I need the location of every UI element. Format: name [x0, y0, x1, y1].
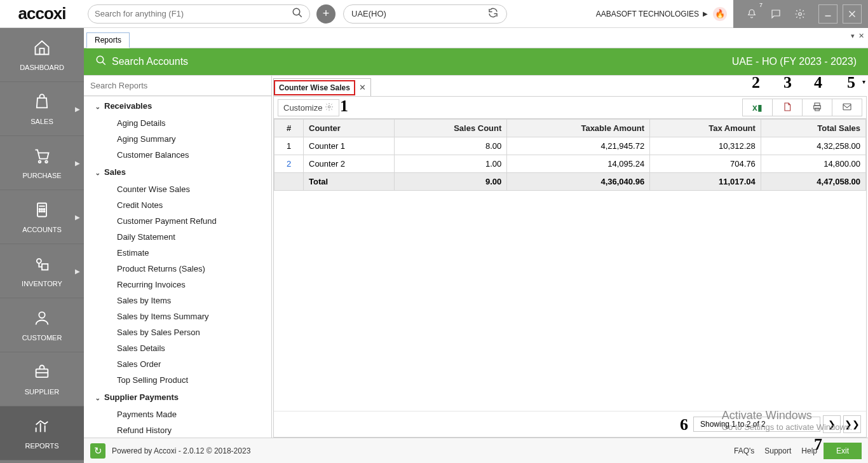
- tree-leaf[interactable]: Sales Order: [84, 356, 271, 372]
- tree-leaf[interactable]: Product Returns (Sales): [84, 261, 271, 277]
- tree-leaf[interactable]: Aging Details: [84, 115, 271, 131]
- pager-last-button[interactable]: ❯❯: [843, 415, 861, 433]
- report-toolbar: Customize 1 x▮: [273, 96, 867, 119]
- search-reports-input[interactable]: [84, 76, 271, 95]
- nav-label: PURCHASE: [22, 172, 61, 179]
- location-label: UAE(HO): [351, 9, 386, 18]
- tree-leaf[interactable]: Daily Statement: [84, 229, 271, 245]
- col-total[interactable]: Total Sales: [761, 120, 865, 137]
- close-window-button[interactable]: [843, 4, 862, 24]
- annotation-6: 6: [680, 415, 688, 434]
- tree-leaf[interactable]: Sales by Items Summary: [84, 308, 271, 324]
- cell-counter: Counter 1: [304, 137, 395, 155]
- svg-rect-26: [815, 103, 820, 106]
- tree-group-receivables[interactable]: Receivables: [84, 97, 271, 115]
- nav-inventory[interactable]: INVENTORY ▶: [0, 244, 84, 298]
- fire-icon[interactable]: 🔥: [713, 7, 727, 21]
- global-search[interactable]: [88, 4, 310, 24]
- nav-customer[interactable]: CUSTOMER: [0, 298, 84, 352]
- col-count[interactable]: Sales Count: [394, 120, 507, 137]
- cell-count: 9.00: [394, 173, 507, 191]
- nav-reports[interactable]: REPORTS: [0, 406, 84, 460]
- dropdown-caret-icon[interactable]: ▾: [862, 78, 865, 85]
- reports-tree[interactable]: Receivables Aging Details Aging Summary …: [84, 96, 271, 438]
- tree-leaf[interactable]: Refund History: [84, 422, 271, 438]
- cell-total-label: Total: [304, 173, 395, 191]
- customize-button[interactable]: Customize: [278, 99, 339, 116]
- col-index[interactable]: #: [275, 120, 304, 137]
- table-row[interactable]: 2 Counter 2 1.00 14,095.24 704.76 14,800…: [275, 155, 866, 173]
- module-tab-controls[interactable]: ▾ ✕: [851, 32, 864, 40]
- minimize-button[interactable]: [818, 4, 837, 24]
- fy-label: UAE - HO (FY 2023 - 2023): [732, 56, 857, 67]
- nav-dashboard[interactable]: DASHBOARD: [0, 28, 84, 82]
- nav-label: REPORTS: [25, 442, 59, 450]
- search-reports[interactable]: [84, 76, 271, 96]
- svg-point-23: [97, 56, 104, 63]
- chevron-right-icon: ▶: [75, 106, 80, 113]
- col-taxable[interactable]: Taxable Amount: [507, 120, 650, 137]
- tree-leaf[interactable]: Sales by Sales Person: [84, 324, 271, 340]
- tree-leaf[interactable]: Sales Details: [84, 340, 271, 356]
- tree-leaf[interactable]: Estimate: [84, 245, 271, 261]
- main-area: Reports ▾ ✕ Search Accounts UAE - HO (FY…: [84, 28, 868, 463]
- close-icon[interactable]: ✕: [355, 83, 370, 92]
- tree-leaf[interactable]: Recurring Invoices: [84, 277, 271, 293]
- cell-idx: 2: [275, 155, 304, 173]
- tree-group-supplier-payments[interactable]: Supplier Payments: [84, 388, 271, 406]
- pager-info: Showing 1 to 2 of 2: [693, 417, 820, 432]
- print-icon: [812, 102, 822, 114]
- export-excel-button[interactable]: x▮: [742, 99, 773, 116]
- nav-sales[interactable]: SALES ▶: [0, 82, 84, 136]
- nav-label: ACCOUNTS: [22, 226, 62, 233]
- tree-leaf[interactable]: Top Selling Product: [84, 372, 271, 388]
- nav-purchase[interactable]: PURCHASE ▶: [0, 136, 84, 190]
- tree-leaf[interactable]: Sales by Items: [84, 293, 271, 308]
- nav-accounts[interactable]: ACCOUNTS ▶: [0, 190, 84, 244]
- plus-icon: +: [323, 7, 330, 20]
- page-header: Search Accounts UAE - HO (FY 2023 - 2023…: [84, 48, 868, 75]
- table-row[interactable]: 1 Counter 1 8.00 4,21,945.72 10,312.28 4…: [275, 137, 866, 155]
- tree-leaf[interactable]: Customer Balances: [84, 147, 271, 163]
- chat-button[interactable]: [766, 4, 785, 24]
- notifications-button[interactable]: 7: [742, 4, 761, 24]
- cell-tax: 11,017.04: [650, 173, 761, 191]
- logo: accoxi: [0, 0, 84, 28]
- export-pdf-button[interactable]: [772, 99, 803, 116]
- col-counter[interactable]: Counter: [304, 120, 395, 137]
- org-name[interactable]: AABASOFT TECHNOLOGIES: [596, 10, 699, 18]
- svg-rect-17: [42, 264, 48, 270]
- link-faqs[interactable]: FAQ's: [734, 446, 754, 455]
- location-selector[interactable]: UAE(HO): [343, 4, 507, 24]
- tree-leaf[interactable]: Customer Payment Refund: [84, 213, 271, 229]
- global-search-input[interactable]: [95, 9, 292, 18]
- email-button[interactable]: [832, 99, 862, 116]
- tree-leaf[interactable]: Counter Wise Sales: [84, 181, 271, 197]
- svg-rect-28: [815, 108, 820, 111]
- svg-point-0: [293, 8, 300, 15]
- report-tab-counter-wise-sales[interactable]: Counter Wise Sales ✕: [273, 78, 371, 96]
- tree-leaf[interactable]: Aging Summary: [84, 131, 271, 147]
- notif-badge: 7: [759, 2, 763, 8]
- tree-leaf[interactable]: Payments Made: [84, 406, 271, 422]
- tree-group-sales[interactable]: Sales: [84, 163, 271, 181]
- svg-point-14: [41, 211, 43, 212]
- person-icon: [33, 309, 51, 331]
- bag-icon: [33, 93, 51, 115]
- exit-button[interactable]: Exit: [824, 443, 862, 459]
- tree-leaf[interactable]: Credit Notes: [84, 197, 271, 213]
- refresh-icon[interactable]: [487, 7, 499, 20]
- svg-rect-29: [843, 104, 851, 109]
- print-button[interactable]: [802, 99, 832, 116]
- pager-next-button[interactable]: ❯: [823, 415, 841, 433]
- search-icon[interactable]: [292, 7, 303, 21]
- module-tab-reports[interactable]: Reports: [86, 32, 130, 48]
- cell-taxable: 4,21,945.72: [507, 137, 650, 155]
- link-help[interactable]: Help: [801, 446, 817, 455]
- nav-supplier[interactable]: SUPPLIER: [0, 352, 84, 406]
- chart-icon: [33, 417, 51, 439]
- link-support[interactable]: Support: [764, 446, 791, 455]
- add-button[interactable]: +: [316, 4, 336, 24]
- settings-button[interactable]: [790, 4, 810, 24]
- col-tax[interactable]: Tax Amount: [650, 120, 761, 137]
